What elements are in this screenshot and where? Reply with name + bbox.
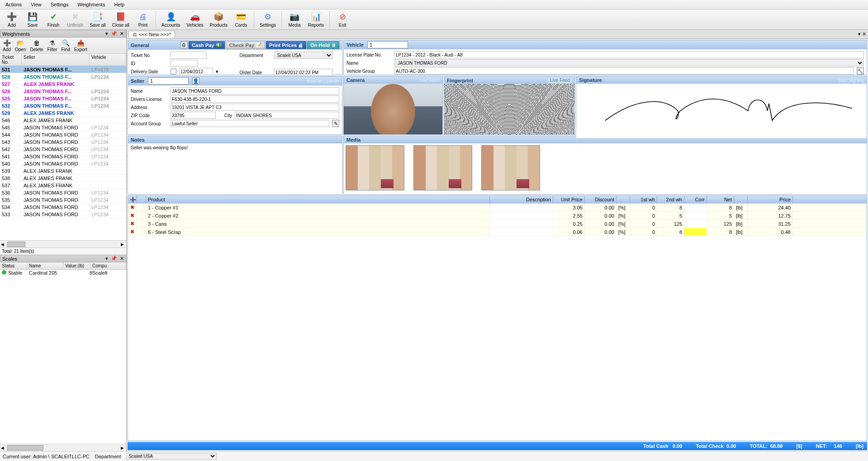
add-button[interactable]: ➕Add xyxy=(2,10,22,29)
delivery-date-input[interactable] xyxy=(179,68,213,75)
ticket-row[interactable]: 531JASON THOMAS F...LP4679 xyxy=(0,66,126,73)
ticket-row[interactable]: 546ALEX JAMES FRANK xyxy=(0,117,126,124)
save-all-button[interactable]: 📑Save all xyxy=(87,10,109,29)
add-product-icon[interactable]: ➕ xyxy=(130,197,136,202)
general-action-icon[interactable]: ⎙ xyxy=(180,41,188,48)
delete-button[interactable]: 🗑Delete xyxy=(28,38,45,52)
product-row[interactable]: ✖6 - Steel Scrap0.060.00[%]088[lb]0.48 xyxy=(128,228,867,236)
ticket-row[interactable]: 535JASON THOMAS FORDLP1234 xyxy=(0,196,126,204)
col-value[interactable]: Value (lb) xyxy=(63,262,90,269)
ticket-row[interactable]: 533JASON THOMAS FORDLP1234 xyxy=(0,211,126,218)
ticket-row[interactable]: 529ALEX JAMES FRANK xyxy=(0,109,126,117)
pin-icon[interactable]: ▾ xyxy=(105,256,108,261)
ticket-row[interactable]: 544JASON THOMAS FORDLP1234 xyxy=(0,131,126,138)
seller-name-input[interactable] xyxy=(171,87,339,95)
vehicle-id-input[interactable] xyxy=(367,41,408,48)
product-row[interactable]: ✖2 - Copper #22.550.00[%]055[lb]12.75 xyxy=(128,212,867,220)
product-col[interactable]: Description xyxy=(490,196,553,204)
ticket-row[interactable]: 543JASON THOMAS FORDLP1234 xyxy=(0,138,126,146)
tab-menu-icon[interactable]: ▾ xyxy=(858,31,861,37)
ticket-row[interactable]: 538ALEX JAMES FRANK xyxy=(0,175,126,182)
product-col[interactable] xyxy=(137,196,146,204)
col-seller[interactable]: Seller xyxy=(22,54,90,66)
product-col[interactable]: 2nd wh xyxy=(657,196,684,204)
check-pay-button[interactable]: Check Pay 📝 xyxy=(226,41,265,49)
product-row[interactable]: ✖3 - Cans0.250.00[%]0125125[lb]31.25 xyxy=(128,220,867,228)
settings-button[interactable]: ⚙Settings xyxy=(257,10,279,29)
menu-view[interactable]: View xyxy=(27,1,45,8)
ticket-row[interactable]: 526JASON THOMAS F...LP1234 xyxy=(0,88,126,95)
seller-lookup-icon[interactable]: 👤 xyxy=(192,77,199,85)
ticket-list[interactable]: 531JASON THOMAS F...LP4679528JASON THOMA… xyxy=(0,66,126,240)
ticket-row[interactable]: 541JASON THOMAS FORDLP1234 xyxy=(0,153,126,160)
account-group-input[interactable] xyxy=(171,120,329,127)
pushpin-icon[interactable]: 📌 xyxy=(111,256,117,261)
product-col[interactable]: Net xyxy=(707,196,734,204)
delete-row-icon[interactable]: ✖ xyxy=(130,204,134,210)
col-vehicle[interactable]: Vehicle xyxy=(90,54,126,66)
zip-input[interactable] xyxy=(171,112,216,119)
id-input[interactable] xyxy=(171,60,198,67)
menu-actions[interactable]: Actions xyxy=(2,1,25,8)
start-signing-button[interactable]: Start Signing xyxy=(838,78,864,83)
print-prices-button[interactable]: Print Prices 🖨 xyxy=(266,41,306,49)
account-group-icon[interactable]: ✎ xyxy=(332,120,339,127)
city-input[interactable] xyxy=(235,112,339,119)
menu-settings[interactable]: Settings xyxy=(47,1,72,8)
vehicle-group-input[interactable] xyxy=(394,67,854,75)
product-col[interactable] xyxy=(617,196,630,204)
ticket-hscroll[interactable]: ◄► xyxy=(0,240,126,247)
camera-image[interactable] xyxy=(344,84,442,134)
rescan-license-button[interactable]: Rescan License xyxy=(307,79,339,84)
open-button[interactable]: 📂Open xyxy=(13,38,28,52)
ticket-row[interactable]: 528JASON THOMAS F...LP1234 xyxy=(0,73,126,81)
product-row[interactable]: ✖1 - Copper #13.050.00[%]088[lb]24.40 xyxy=(128,204,867,212)
menu-weighments[interactable]: Weighments xyxy=(74,1,109,8)
ticket-row[interactable]: 532JASON THOMAS F...LP1234 xyxy=(0,102,126,109)
vehicle-action-icon[interactable]: 🔧 xyxy=(857,67,864,75)
camera-live-feed-button[interactable]: Live Feed xyxy=(420,78,440,83)
on-hold-button[interactable]: On Hold ⏸ xyxy=(307,41,339,49)
add-button[interactable]: ➕Add xyxy=(1,38,13,52)
media-thumbnail[interactable] xyxy=(481,145,540,190)
product-col[interactable]: Product xyxy=(146,196,490,204)
status-dept-select[interactable]: Scaleit USA xyxy=(126,453,217,460)
delete-row-icon[interactable]: ✖ xyxy=(130,221,134,227)
ticket-no-input[interactable] xyxy=(171,52,207,59)
filter-button[interactable]: ⚗Filter xyxy=(45,38,59,52)
media-thumbnail[interactable] xyxy=(413,145,472,190)
ticket-row[interactable]: 536JASON THOMAS FORDLP1234 xyxy=(0,189,126,196)
cards-button[interactable]: 💳Cards xyxy=(231,10,251,29)
product-col[interactable]: Price xyxy=(748,196,793,204)
delete-row-icon[interactable]: ✖ xyxy=(130,213,134,219)
vehicle-name-select[interactable]: JASON THOMAS FORD xyxy=(394,59,864,67)
plate-input[interactable] xyxy=(394,51,864,58)
media-button[interactable]: 📷Media xyxy=(285,10,304,29)
ticket-row[interactable]: 527ALEX JAMES FRANK xyxy=(0,81,126,88)
ticket-row[interactable]: 545JASON THOMAS FORDLP1234 xyxy=(0,124,126,131)
close-icon[interactable]: ✕ xyxy=(120,31,124,36)
vehicles-button[interactable]: 🚗Vehicles xyxy=(184,10,206,29)
product-col[interactable]: 1st wh xyxy=(630,196,657,204)
print-button[interactable]: 🖨Print xyxy=(133,10,153,29)
col-ticket-no[interactable]: Ticket No. xyxy=(0,54,22,66)
close-icon[interactable]: ✕ xyxy=(120,256,124,261)
fingerprint-live-feed-button[interactable]: Live Feed xyxy=(548,77,572,83)
delivery-date-check[interactable] xyxy=(171,68,176,75)
export-button[interactable]: 📤Export xyxy=(72,38,89,52)
media-thumbnail[interactable] xyxy=(346,145,404,190)
ticket-row[interactable]: 539ALEX JAMES FRANK xyxy=(0,167,126,175)
fingerprint-image[interactable] xyxy=(444,84,574,134)
signature-canvas[interactable] xyxy=(576,84,867,138)
unfinish-button[interactable]: ✖Unfinish xyxy=(64,10,86,29)
product-col[interactable]: ➕ xyxy=(128,196,137,204)
dl-input[interactable] xyxy=(171,95,339,103)
accounts-button[interactable]: 👤Accounts xyxy=(159,10,183,29)
ticket-row[interactable]: 542JASON THOMAS FORDLP1234 xyxy=(0,146,126,153)
ticket-row[interactable]: 540JASON THOMAS FORDLP1234 xyxy=(0,160,126,167)
tab-new[interactable]: ⚖ <<< New >>>* xyxy=(128,31,175,38)
ticket-row[interactable]: 534JASON THOMAS FORDLP1234 xyxy=(0,204,126,211)
product-col[interactable] xyxy=(734,196,748,204)
ticket-row[interactable]: 525JASON THOMAS F...LP1234 xyxy=(0,95,126,102)
scales-hscroll[interactable]: ◄► xyxy=(0,444,126,451)
